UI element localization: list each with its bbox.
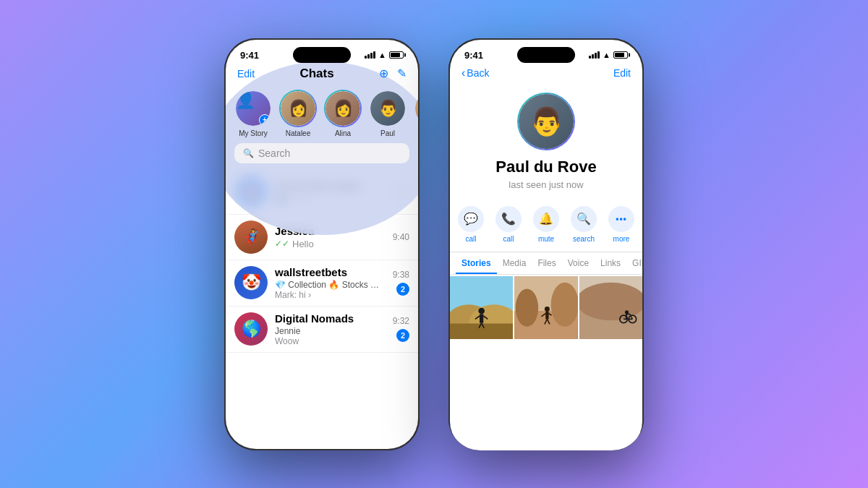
- action-message[interactable]: 💬 call: [458, 206, 484, 243]
- more-icon: •••: [608, 206, 634, 232]
- chevron-left-icon: ‹: [461, 67, 465, 80]
- action-call[interactable]: 📞 call: [495, 206, 522, 243]
- profile-status: last seen just now: [509, 179, 583, 190]
- tab-gifs[interactable]: GIFs: [626, 252, 642, 274]
- media-grid: [450, 276, 642, 339]
- nomads-badge: 2: [396, 329, 409, 342]
- jessica-avatar: 🦸‍♀️: [234, 221, 268, 254]
- svg-rect-3: [450, 323, 513, 339]
- nomads-meta: 9:32 2: [393, 316, 409, 342]
- time-left: 9:41: [240, 50, 259, 61]
- search-icon: 🔍: [243, 148, 254, 158]
- signal-icon-left: [365, 51, 375, 59]
- tab-files[interactable]: Files: [532, 252, 561, 274]
- time-right: 9:41: [464, 50, 483, 61]
- profile-name: Paul du Rove: [495, 158, 596, 176]
- media-cell-3[interactable]: [579, 276, 642, 339]
- profile-avatar-image: 👨: [519, 94, 574, 149]
- nomads-info: Digital Nomads Jennie Woow: [275, 312, 386, 346]
- action-mute[interactable]: 🔔 mute: [533, 206, 559, 243]
- svg-point-4: [478, 307, 485, 314]
- paul-story-avatar: 👨: [369, 90, 407, 127]
- wsb-name: wallstreetbets: [275, 266, 386, 278]
- wsb-time: 9:38: [393, 270, 409, 280]
- call-icon: 📞: [495, 206, 522, 232]
- dynamic-island-left: [293, 47, 351, 63]
- mute-icon: 🔔: [533, 206, 559, 232]
- emma-avatar: 👩: [414, 90, 418, 127]
- my-story-label: My Story: [239, 129, 267, 137]
- svg-point-14: [545, 306, 550, 311]
- action-buttons: 💬 call 📞 call 🔔 mute 🔍 search •••: [450, 200, 642, 252]
- nomads-name: Digital Nomads: [275, 312, 386, 325]
- svg-rect-5: [480, 314, 483, 322]
- my-story-avatar: 👤 +: [234, 90, 272, 127]
- header-icons: ⊕ ✎: [379, 67, 407, 80]
- left-phone-frame: 9:41 ▲ Edit: [224, 38, 420, 450]
- profile-avatar: 👨: [517, 93, 575, 150]
- story-item-alina[interactable]: 👩 Alina: [324, 90, 362, 137]
- tab-stories[interactable]: Stories: [456, 252, 497, 274]
- nomads-avatar: 🌎: [234, 312, 268, 346]
- right-phone-screen: 9:41 ▲ ‹ Bac: [450, 40, 642, 450]
- natalee-avatar: 👩: [279, 90, 317, 127]
- edit-button-right[interactable]: Edit: [613, 67, 631, 79]
- alina-label: Alina: [335, 129, 351, 137]
- tab-links[interactable]: Links: [595, 252, 626, 274]
- profile-header: ‹ Back Edit: [450, 64, 642, 85]
- jessica-meta: 9:40: [393, 232, 409, 242]
- left-phone: 9:41 ▲ Edit: [224, 38, 420, 450]
- message-label: call: [465, 235, 476, 243]
- media-cell-2[interactable]: [514, 276, 577, 339]
- paul-story-label: Paul: [380, 129, 395, 137]
- compose-icon[interactable]: ✎: [397, 67, 407, 80]
- svg-rect-15: [546, 311, 549, 318]
- wsb-avatar: 🤡: [234, 266, 268, 299]
- wsb-preview: 💎 Collection 🔥 Stocks 🤡 Memes... Mark: h…: [275, 280, 386, 300]
- add-chat-icon[interactable]: ⊕: [379, 67, 388, 80]
- nomads-preview: Jennie Woow: [275, 326, 386, 346]
- jessica-preview: ✓✓ Hello: [275, 239, 386, 249]
- wifi-icon-left: ▲: [378, 51, 386, 59]
- svg-line-30: [626, 314, 626, 317]
- back-label: Back: [467, 67, 489, 79]
- tab-media[interactable]: Media: [497, 252, 532, 274]
- svg-point-12: [516, 288, 538, 326]
- back-button[interactable]: ‹ Back: [461, 67, 489, 80]
- search-bar[interactable]: 🔍 Search: [234, 143, 409, 163]
- add-story-badge: +: [259, 114, 271, 126]
- story-item-my-story[interactable]: 👤 + My Story: [234, 90, 272, 137]
- search-profile-icon: 🔍: [571, 206, 597, 232]
- status-icons-left: ▲: [365, 51, 404, 59]
- jessica-time: 9:40: [393, 232, 409, 242]
- tab-voice[interactable]: Voice: [562, 252, 595, 274]
- chats-header: Edit Chats ⊕ ✎: [226, 64, 418, 87]
- call-label: call: [503, 235, 514, 243]
- message-icon: 💬: [458, 206, 484, 232]
- right-phone: 9:41 ▲ ‹ Bac: [448, 38, 644, 450]
- more-label: more: [613, 235, 630, 243]
- search-label: search: [573, 235, 595, 243]
- wsb-badge: 2: [396, 283, 409, 296]
- wsb-info: wallstreetbets 💎 Collection 🔥 Stocks 🤡 M…: [275, 266, 386, 300]
- chats-title: Chats: [299, 67, 333, 81]
- story-item-natalee[interactable]: 👩 Natalee: [279, 90, 317, 137]
- battery-icon-right: [613, 51, 628, 59]
- action-search[interactable]: 🔍 search: [571, 206, 597, 243]
- alina-avatar: 👩: [324, 90, 362, 127]
- dynamic-island-right: [517, 47, 575, 63]
- profile-avatar-section: 👨 Paul du Rove last seen just now: [450, 85, 642, 200]
- chat-item-wsb[interactable]: 🤡 wallstreetbets 💎 Collection 🔥 Stocks 🤡…: [226, 260, 418, 307]
- action-more[interactable]: ••• more: [608, 206, 634, 243]
- svg-point-29: [625, 310, 629, 314]
- media-cell-1[interactable]: [450, 276, 513, 339]
- edit-button-left[interactable]: Edit: [237, 68, 255, 80]
- story-item-paul[interactable]: 👨 Paul: [369, 90, 407, 137]
- left-phone-screen: 9:41 ▲ Edit: [226, 40, 418, 449]
- read-check: ✓✓: [275, 239, 289, 249]
- svg-point-22: [579, 282, 642, 320]
- svg-point-13: [551, 282, 578, 326]
- story-item-emma[interactable]: 👩 Emma: [414, 90, 418, 137]
- chat-item-nomads[interactable]: 🌎 Digital Nomads Jennie Woow 9:32 2: [226, 307, 418, 353]
- natalee-label: Natalee: [286, 129, 310, 137]
